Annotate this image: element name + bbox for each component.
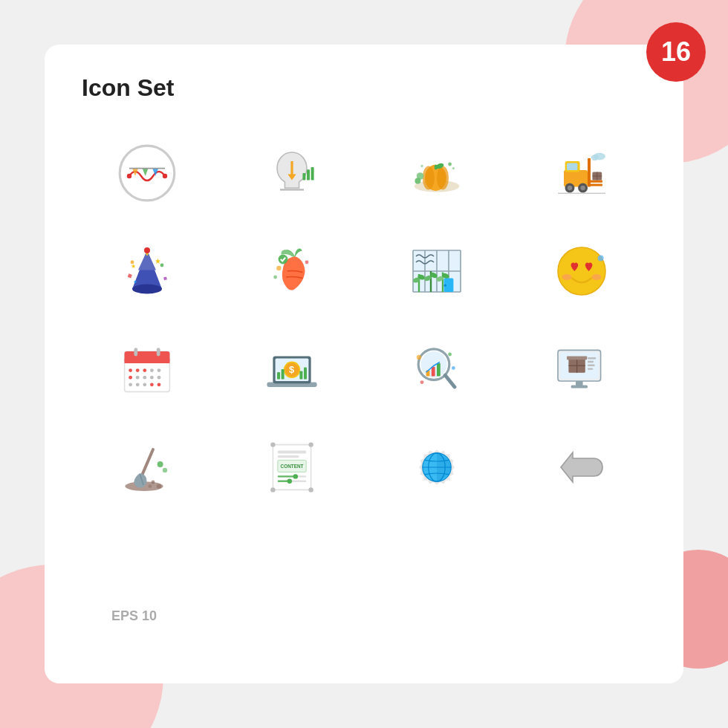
svg-point-80 (597, 255, 603, 261)
svg-point-49 (134, 281, 136, 283)
icon-grid: ★ ★ (82, 131, 646, 509)
svg-point-20 (415, 178, 420, 183)
svg-line-134 (142, 449, 152, 475)
svg-rect-11 (311, 167, 313, 181)
eps-label: EPS 10 (111, 608, 157, 624)
svg-rect-131 (588, 365, 595, 366)
svg-point-89 (150, 368, 154, 372)
svg-rect-132 (588, 368, 593, 369)
delivery-box-icon (516, 328, 646, 411)
svg-point-140 (148, 484, 152, 488)
svg-point-94 (150, 376, 154, 380)
svg-point-78 (562, 274, 571, 280)
svg-rect-10 (307, 169, 310, 180)
svg-rect-47 (127, 273, 131, 278)
svg-point-2 (162, 174, 166, 178)
svg-point-44 (144, 247, 150, 253)
thanksgiving-icon (371, 131, 501, 215)
svg-point-1 (126, 174, 131, 178)
svg-rect-48 (163, 276, 167, 280)
badge-number: 16 (646, 22, 706, 82)
svg-rect-130 (588, 361, 594, 363)
svg-point-138 (151, 481, 155, 484)
svg-rect-114 (431, 367, 435, 377)
svg-point-93 (143, 376, 146, 380)
online-money-icon: $ (227, 328, 357, 411)
svg-rect-127 (576, 381, 583, 386)
svg-point-139 (156, 484, 160, 488)
svg-point-100 (157, 383, 160, 386)
svg-point-120 (420, 380, 423, 384)
svg-point-79 (591, 274, 601, 280)
svg-line-116 (445, 375, 455, 387)
party-decoration-icon (82, 131, 212, 215)
mind-download-icon (227, 131, 357, 215)
svg-rect-129 (588, 357, 596, 359)
svg-point-23 (420, 165, 423, 167)
svg-rect-84 (134, 348, 137, 356)
svg-rect-143 (277, 455, 299, 458)
main-card: Icon Set (45, 45, 683, 683)
svg-rect-29 (588, 181, 602, 183)
svg-point-75 (443, 285, 446, 287)
svg-point-36 (580, 186, 585, 190)
svg-rect-26 (567, 163, 577, 170)
svg-rect-107 (277, 372, 280, 380)
svg-point-155 (308, 487, 313, 492)
svg-rect-109 (299, 371, 302, 379)
svg-point-86 (129, 368, 132, 372)
svg-rect-142 (277, 451, 305, 454)
svg-text:$: $ (289, 364, 294, 375)
svg-point-88 (143, 368, 146, 372)
carrot-icon (227, 230, 357, 313)
svg-point-39 (591, 155, 598, 160)
svg-point-96 (129, 383, 132, 386)
svg-rect-128 (571, 386, 587, 389)
svg-point-54 (273, 276, 277, 279)
reply-icon (516, 426, 646, 509)
svg-point-21 (448, 163, 452, 166)
svg-marker-4 (142, 169, 148, 176)
svg-point-118 (448, 353, 452, 357)
svg-point-0 (120, 146, 175, 201)
svg-point-53 (305, 261, 308, 264)
svg-point-99 (150, 383, 154, 386)
svg-rect-115 (437, 363, 441, 377)
svg-rect-28 (588, 183, 602, 186)
forklift-icon (516, 131, 646, 215)
content-icon: CONTENT (227, 426, 357, 509)
svg-point-152 (270, 442, 275, 446)
page-title: Icon Set (82, 74, 646, 102)
svg-point-153 (308, 442, 313, 446)
calendar-icon (82, 328, 212, 411)
svg-rect-108 (281, 369, 284, 380)
svg-rect-147 (277, 475, 295, 477)
svg-point-22 (452, 167, 454, 169)
svg-rect-85 (156, 348, 160, 356)
greenhouse-icon (371, 230, 501, 313)
svg-rect-9 (302, 173, 305, 181)
svg-point-137 (162, 468, 166, 472)
svg-text:★: ★ (154, 257, 160, 265)
svg-point-97 (135, 383, 139, 386)
svg-rect-110 (304, 368, 307, 380)
svg-point-119 (452, 366, 455, 370)
svg-point-16 (437, 166, 449, 189)
svg-point-52 (276, 266, 281, 270)
svg-point-15 (422, 166, 434, 189)
svg-point-95 (157, 376, 160, 380)
svg-point-151 (287, 479, 291, 484)
svg-text:★: ★ (130, 263, 135, 270)
svg-point-87 (135, 368, 139, 372)
svg-point-136 (157, 461, 163, 467)
love-emoji-icon (516, 230, 646, 313)
svg-point-91 (129, 376, 132, 380)
svg-point-148 (293, 474, 297, 478)
shovel-icon (82, 426, 212, 509)
svg-rect-83 (124, 359, 169, 363)
svg-point-90 (157, 368, 160, 372)
svg-point-92 (135, 376, 139, 380)
svg-point-98 (143, 383, 146, 386)
svg-point-154 (270, 487, 275, 492)
settings-globe-icon (371, 426, 501, 509)
